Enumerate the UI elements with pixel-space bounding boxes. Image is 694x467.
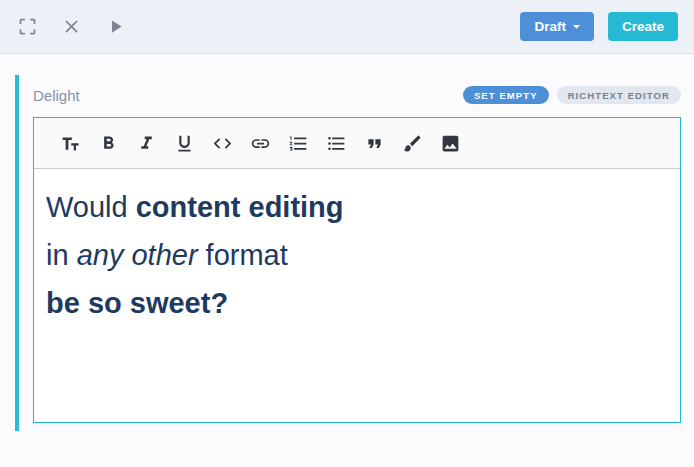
text-format-button[interactable]: [51, 123, 89, 163]
ordered-list-button[interactable]: [279, 123, 317, 163]
create-button[interactable]: Create: [608, 12, 678, 41]
richtext-line: in any other format: [46, 231, 668, 279]
underline-icon: [174, 133, 195, 154]
field-header: Delight SET EMPTYRICHTEXT EDITOR: [33, 85, 681, 105]
richtext-line: be so sweet?: [46, 279, 668, 327]
play-icon: [105, 16, 126, 37]
brush-icon: [402, 133, 423, 154]
text-segment-bold: content editing: [136, 191, 344, 223]
create-button-label: Create: [622, 19, 664, 34]
underline-button[interactable]: [165, 123, 203, 163]
richtext-line: Would content editing: [46, 183, 668, 231]
field-label: Delight: [33, 87, 80, 104]
field-focus-accent-bar: [15, 75, 19, 431]
text-segment-normal: in: [46, 239, 77, 271]
topbar: Draft Create: [0, 0, 694, 54]
richtext-editor: Would content editingin any other format…: [33, 117, 681, 423]
unordered-list-button[interactable]: [317, 123, 355, 163]
draft-button[interactable]: Draft: [520, 12, 594, 41]
text-segment-normal: Would: [46, 191, 136, 223]
topbar-icon-group: [16, 16, 126, 38]
richtext-editor-badge[interactable]: RICHTEXT EDITOR: [557, 86, 681, 104]
expand-button[interactable]: [16, 16, 38, 38]
richtext-content[interactable]: Would content editingin any other format…: [34, 169, 680, 422]
brush-button[interactable]: [393, 123, 431, 163]
link-icon: [250, 133, 271, 154]
close-icon: [61, 16, 82, 37]
set-empty-badge[interactable]: SET EMPTY: [463, 86, 549, 104]
link-button[interactable]: [241, 123, 279, 163]
page: Draft Create Delight SET EMPTYRICHTEXT E…: [0, 0, 694, 467]
italic-button[interactable]: [127, 123, 165, 163]
close-button[interactable]: [60, 16, 82, 38]
text-segment-italic: any other: [77, 239, 198, 271]
quote-button[interactable]: [355, 123, 393, 163]
text-segment-normal: format: [198, 239, 288, 271]
topbar-actions: Draft Create: [520, 12, 678, 41]
image-icon: [440, 133, 461, 154]
draft-button-label: Draft: [534, 19, 566, 34]
text-segment-bold: be so sweet?: [46, 287, 228, 319]
code-button[interactable]: [203, 123, 241, 163]
expand-icon: [17, 16, 38, 37]
richtext-toolbar: [34, 118, 680, 169]
field-area: Delight SET EMPTYRICHTEXT EDITOR Would c…: [33, 85, 681, 423]
image-button[interactable]: [431, 123, 469, 163]
ordered-list-icon: [288, 133, 309, 154]
caret-down-icon: [568, 18, 585, 35]
unordered-list-icon: [326, 133, 347, 154]
badge-group: SET EMPTYRICHTEXT EDITOR: [463, 86, 681, 104]
text-format-icon: [60, 133, 81, 154]
play-button[interactable]: [104, 16, 126, 38]
italic-icon: [136, 133, 157, 154]
code-icon: [212, 133, 233, 154]
bold-button[interactable]: [89, 123, 127, 163]
bold-icon: [98, 133, 119, 154]
quote-icon: [364, 133, 385, 154]
